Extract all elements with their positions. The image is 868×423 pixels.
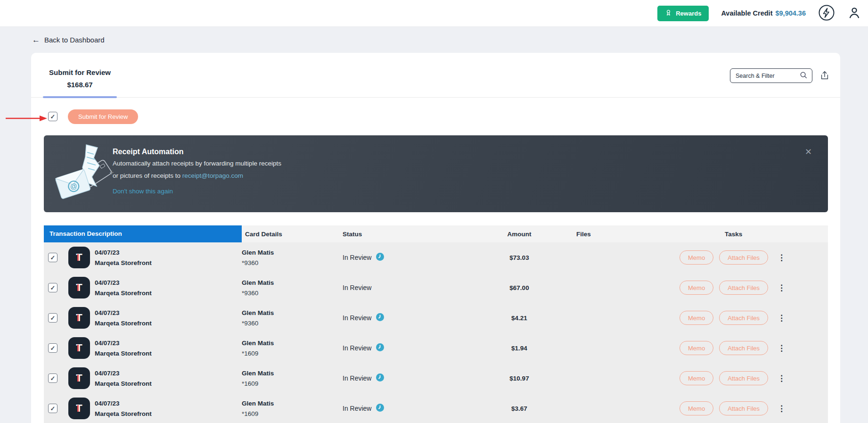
transaction-description-cell: T 04/07/23 Marqeta Storefront bbox=[68, 398, 242, 419]
card-last-digits: *1609 bbox=[242, 350, 341, 357]
status-cell: In Review bbox=[341, 283, 461, 292]
kebab-menu-icon[interactable]: ⋮ bbox=[778, 283, 786, 293]
check-icon: ✓ bbox=[50, 345, 56, 352]
available-credit-label: Available Credit bbox=[721, 9, 772, 17]
rewards-button[interactable]: Rewards bbox=[657, 6, 709, 21]
card-details-cell: Glen Matis *1609 bbox=[242, 400, 341, 417]
status-cell: In Review bbox=[341, 404, 461, 413]
row-checkbox[interactable]: ✓ bbox=[48, 343, 57, 353]
clock-icon bbox=[376, 313, 384, 323]
column-status: Status bbox=[341, 231, 461, 238]
merchant-name: Marqeta Storefront bbox=[95, 320, 152, 327]
quick-actions-button[interactable] bbox=[818, 4, 835, 23]
memo-button[interactable]: Memo bbox=[680, 311, 713, 325]
amount-cell: $73.03 bbox=[461, 253, 550, 262]
merchant-name: Marqeta Storefront bbox=[95, 290, 152, 297]
receipt-email-link[interactable]: receipt@torpago.com bbox=[182, 172, 243, 179]
row-checkbox[interactable]: ✓ bbox=[48, 253, 57, 262]
back-label: Back to Dashboard bbox=[44, 36, 105, 44]
top-bar: Rewards Available Credit$9,904.36 bbox=[0, 0, 868, 27]
amount-cell: $3.67 bbox=[461, 404, 550, 413]
back-row: ← Back to Dashboard bbox=[0, 27, 868, 53]
receipt-automation-banner: @ + Receipt Automation Automatically att… bbox=[44, 135, 828, 212]
tab-submit-for-review[interactable]: Submit for Review $168.67 bbox=[43, 68, 117, 89]
transaction-text: 04/07/23 Marqeta Storefront bbox=[95, 309, 152, 327]
amount-cell: $67.00 bbox=[461, 283, 550, 292]
transaction-description-cell: T 04/07/23 Marqeta Storefront bbox=[68, 337, 242, 359]
column-transaction-description: Transaction Description bbox=[44, 225, 242, 242]
memo-button[interactable]: Memo bbox=[680, 250, 713, 265]
table-row: ✓ T 04/07/23 Marqeta Storefront Glen Mat… bbox=[44, 242, 828, 273]
main-panel: Submit for Review $168.67 ✓ Submit for R… bbox=[31, 53, 840, 423]
status-text: In Review bbox=[343, 314, 371, 322]
row-checkbox[interactable]: ✓ bbox=[48, 313, 57, 323]
table-row: ✓ T 04/07/23 Marqeta Storefront Glen Mat… bbox=[44, 303, 828, 333]
table-row: ✓ T 04/07/23 Marqeta Storefront Glen Mat… bbox=[44, 363, 828, 393]
amount-cell: $4.21 bbox=[461, 314, 550, 322]
banner-close-button[interactable]: ✕ bbox=[805, 147, 812, 157]
row-checkbox-cell: ✓ bbox=[44, 343, 68, 353]
table-body: ✓ T 04/07/23 Marqeta Storefront Glen Mat… bbox=[44, 242, 828, 423]
status-cell: In Review bbox=[341, 343, 461, 353]
banner-line-2-text: or pictures of receipts to bbox=[113, 172, 182, 179]
red-arrow-annotation bbox=[5, 115, 47, 124]
memo-button[interactable]: Memo bbox=[680, 281, 713, 295]
table-row: ✓ T 04/07/23 Marqeta Storefront Glen Mat… bbox=[44, 273, 828, 303]
kebab-menu-icon[interactable]: ⋮ bbox=[778, 404, 786, 414]
status-cell: In Review bbox=[341, 313, 461, 323]
dont-show-again-link[interactable]: Don't show this again bbox=[113, 188, 173, 195]
kebab-menu-icon[interactable]: ⋮ bbox=[778, 313, 786, 323]
card-details-cell: Glen Matis *1609 bbox=[242, 370, 341, 387]
status-text: In Review bbox=[343, 405, 371, 412]
status-cell: In Review bbox=[341, 253, 461, 262]
card-details-cell: Glen Matis *9360 bbox=[242, 249, 341, 266]
cardholder-name: Glen Matis bbox=[242, 400, 341, 407]
card-last-digits: *9360 bbox=[242, 290, 341, 297]
merchant-avatar: T bbox=[68, 367, 90, 389]
attach-files-button[interactable]: Attach Files bbox=[719, 311, 768, 325]
memo-button[interactable]: Memo bbox=[680, 371, 713, 385]
amount-value: $10.97 bbox=[509, 375, 529, 382]
kebab-menu-icon[interactable]: ⋮ bbox=[778, 253, 786, 263]
attach-files-button[interactable]: Attach Files bbox=[719, 371, 768, 385]
row-checkbox-cell: ✓ bbox=[44, 404, 68, 413]
select-all-checkbox[interactable]: ✓ bbox=[48, 112, 57, 121]
column-files: Files bbox=[550, 231, 678, 238]
row-checkbox[interactable]: ✓ bbox=[48, 283, 57, 292]
attach-files-button[interactable]: Attach Files bbox=[719, 281, 768, 295]
amount-value: $67.00 bbox=[509, 284, 529, 291]
row-checkbox[interactable]: ✓ bbox=[48, 373, 57, 383]
receipt-illustration: @ + bbox=[52, 141, 116, 208]
merchant-avatar: T bbox=[68, 398, 90, 419]
amount-value: $73.03 bbox=[509, 254, 529, 261]
attach-files-button[interactable]: Attach Files bbox=[719, 341, 768, 355]
table-row: ✓ T 04/07/23 Marqeta Storefront Glen Mat… bbox=[44, 333, 828, 363]
row-checkbox-cell: ✓ bbox=[44, 373, 68, 383]
transaction-text: 04/07/23 Marqeta Storefront bbox=[95, 370, 152, 387]
kebab-menu-icon[interactable]: ⋮ bbox=[778, 373, 786, 383]
attach-files-button[interactable]: Attach Files bbox=[719, 250, 768, 265]
attach-files-button[interactable]: Attach Files bbox=[719, 401, 768, 415]
row-checkbox[interactable]: ✓ bbox=[48, 404, 57, 413]
transaction-text: 04/07/23 Marqeta Storefront bbox=[95, 340, 152, 357]
column-amount: Amount bbox=[461, 231, 550, 238]
merchant-avatar: T bbox=[68, 307, 90, 329]
memo-button[interactable]: Memo bbox=[680, 341, 713, 355]
search-icon[interactable] bbox=[799, 71, 808, 81]
cardholder-name: Glen Matis bbox=[242, 249, 341, 256]
lightning-icon bbox=[818, 4, 835, 23]
transaction-text: 04/07/23 Marqeta Storefront bbox=[95, 249, 152, 266]
search-input[interactable] bbox=[736, 73, 799, 79]
transaction-date: 04/07/23 bbox=[95, 370, 152, 377]
row-checkbox-cell: ✓ bbox=[44, 283, 68, 292]
submit-for-review-button[interactable]: Submit for Review bbox=[68, 109, 138, 124]
export-button[interactable] bbox=[819, 70, 830, 82]
profile-button[interactable] bbox=[847, 6, 861, 21]
merchant-avatar: T bbox=[68, 247, 90, 268]
card-details-cell: Glen Matis *9360 bbox=[242, 279, 341, 297]
back-to-dashboard-link[interactable]: ← Back to Dashboard bbox=[32, 35, 105, 45]
kebab-menu-icon[interactable]: ⋮ bbox=[778, 343, 786, 353]
status-text: In Review bbox=[343, 374, 371, 382]
rewards-label: Rewards bbox=[676, 10, 701, 17]
memo-button[interactable]: Memo bbox=[680, 401, 713, 415]
